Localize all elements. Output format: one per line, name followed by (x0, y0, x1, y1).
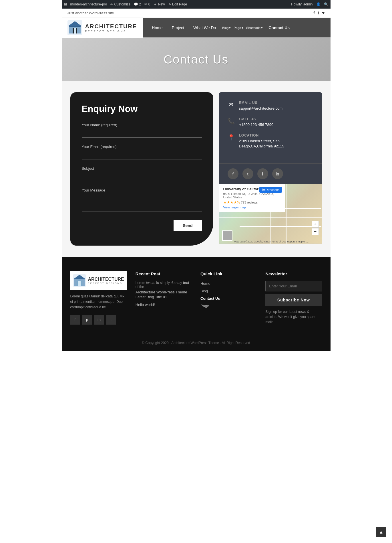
map-view-larger-link[interactable]: View larger map (223, 206, 281, 209)
map-address: 9500 Gilman Dr, La Jolla, CA 92093, Unit… (223, 192, 281, 199)
email-input[interactable] (82, 151, 202, 159)
site-tagline: Just another WordPress site (67, 11, 114, 15)
twitter-icon[interactable]: 𝐭 (318, 10, 319, 15)
nav-page[interactable]: Page▾ (233, 26, 243, 30)
message-label: Your Message (82, 188, 202, 192)
logo-icon (67, 20, 82, 35)
contact-twitter-button[interactable]: t (242, 168, 253, 179)
edit-page-link[interactable]: ✎ Edit Page (168, 2, 187, 6)
map-zoom-in-button[interactable]: + (312, 221, 319, 228)
admin-site-link[interactable]: morden-architecture-pro (70, 2, 107, 6)
footer-row: ARCHITECTURE PERFECT DESIGNS Lorem quas … (70, 271, 322, 325)
newsletter-note: Sign up for our latest news & articles. … (265, 309, 322, 325)
contact-info-box: ✉ EMAIL US sapport@architecture.com 📞 CA… (219, 92, 322, 163)
svg-rect-10 (78, 281, 81, 286)
footer-quick-link-col: Quick Link Home Blog Contact Us Page (200, 271, 257, 325)
email-icon: ✉ (228, 101, 234, 108)
contact-info-map: ✉ EMAIL US sapport@architecture.com 📞 CA… (219, 92, 322, 244)
message-textarea[interactable] (82, 195, 202, 212)
map-stars: ★★★★½ (223, 200, 240, 204)
nav-shortcode[interactable]: Shortcode▾ (246, 26, 263, 30)
footer-recent-post-col: Recent Post Lorem ipsum is simply dummy … (136, 271, 192, 325)
subject-input[interactable] (82, 173, 202, 181)
footer-logo-icon (73, 274, 86, 287)
facebook-icon[interactable]: 𝐟 (313, 10, 315, 15)
svg-rect-5 (69, 26, 81, 27)
send-button[interactable]: Send (174, 220, 202, 231)
top-bar: Just another WordPress site 𝐟 𝐭 ♥ (62, 9, 331, 17)
footer-twitter-button[interactable]: t (106, 315, 116, 325)
footer-social: f p in t (70, 315, 127, 325)
map-copyright-text: Map data ©2020 Google, INEGI Terms of Us… (234, 240, 309, 243)
nav-what-we-do[interactable]: What We Do (190, 24, 219, 32)
copyright-text: © Copyright 2020 · Architecture WordPres… (142, 341, 250, 345)
logo-text: ARCHITECTURE PERFECT DESIGNS (85, 23, 137, 33)
nav-project[interactable]: Project (168, 24, 188, 32)
enquiry-heading: Enquiry Now (82, 104, 202, 114)
footer-linkedin-button[interactable]: in (94, 315, 104, 325)
quick-link-page[interactable]: Page (200, 303, 257, 308)
nav-home[interactable]: Home (148, 24, 166, 32)
footer-logo-col: ARCHITECTURE PERFECT DESIGNS Lorem quas … (70, 271, 127, 325)
footer: ARCHITECTURE PERFECT DESIGNS Lorem quas … (62, 257, 331, 351)
subject-label: Subject (82, 166, 202, 171)
contact-linkedin-button[interactable]: in (272, 168, 283, 179)
recent-post-heading: Recent Post (136, 271, 192, 276)
main-nav: Home Project What We Do Blog▾ Page▾ Shor… (148, 24, 293, 32)
footer-pinterest-button[interactable]: p (82, 315, 92, 325)
logo-area: ARCHITECTURE PERFECT DESIGNS (62, 17, 143, 38)
location-info-item: 📍 LOCATION 2189 Holden Street, San Deago… (228, 133, 313, 149)
footer-logo-box: ARCHITECTURE PERFECT DESIGNS (70, 271, 127, 290)
contact-row: Enquiry Now Your Name (required) Your Em… (70, 92, 322, 246)
location-icon: 📍 (228, 134, 234, 141)
email-info-text: EMAIL US sapport@architecture.com (239, 101, 283, 111)
contact-facebook-button[interactable]: f (228, 168, 238, 179)
contact-instagram-button[interactable]: i (257, 168, 268, 179)
footer-newsletter-col: Newsletter Subscribe Now Sign up for our… (265, 271, 322, 325)
recent-post-hello: Hello world! (136, 303, 192, 307)
message-form-group: Your Message (82, 188, 202, 213)
comments-link[interactable]: 💬 2 (134, 2, 141, 6)
footer-facebook-button[interactable]: f (70, 315, 80, 325)
name-label: Your Name (required) (82, 123, 202, 127)
map-box: University of California San Di... 9500 … (219, 184, 322, 244)
newsletter-email-input[interactable] (265, 281, 322, 291)
recent-post-dummy-text: Lorem ipsum is simply dummy text of the … (136, 281, 192, 299)
header: ARCHITECTURE PERFECT DESIGNS Home Projec… (62, 17, 331, 38)
subscribe-button[interactable]: Subscribe Now (265, 294, 322, 306)
location-info-text: LOCATION 2189 Holden Street, San Deago,C… (239, 133, 313, 149)
map-info-overlay: University of California San Di... 9500 … (219, 184, 285, 212)
quick-link-contact-us[interactable]: Contact Us (200, 296, 257, 301)
nav-blog[interactable]: Blog▾ (222, 26, 231, 30)
customize-link[interactable]: ✏ Customize (110, 2, 130, 6)
map-thumbnail (222, 230, 232, 241)
instagram-icon[interactable]: ♥ (322, 10, 325, 15)
nav-contact-us[interactable]: Contact Us (265, 24, 293, 32)
wp-logo-icon[interactable]: ⊞ (64, 2, 67, 6)
email-label: Your Email (required) (82, 145, 202, 149)
logo-box: ARCHITECTURE PERFECT DESIGNS (67, 20, 137, 35)
search-icon[interactable]: 🔍 (324, 2, 328, 6)
page-title-section: Contact Us (62, 38, 331, 81)
comment-count-link[interactable]: ✉ 0 (144, 2, 150, 6)
quick-link-home[interactable]: Home (200, 281, 257, 286)
top-social-icons: 𝐟 𝐭 ♥ (313, 10, 325, 15)
page-title: Contact Us (67, 53, 325, 66)
phone-icon: 📞 (228, 118, 235, 125)
subject-form-group: Subject (82, 166, 202, 181)
footer-bottom: © Copyright 2020 · Architecture WordPres… (70, 336, 322, 345)
name-form-group: Your Name (required) (82, 123, 202, 138)
map-zoom-controls: + − (312, 221, 319, 235)
map-zoom-out-button[interactable]: − (312, 228, 319, 235)
new-link[interactable]: ＋ New (154, 2, 165, 7)
name-input[interactable] (82, 129, 202, 138)
admin-bar: ⊞ morden-architecture-pro ✏ Customize 💬 … (62, 0, 331, 9)
map-directions-button[interactable]: 🗺 Directions (259, 187, 282, 193)
map-reviews: 723 reviews (241, 201, 258, 204)
howdy-text: Howdy, admin (291, 2, 313, 6)
footer-logo-text: ARCHITECTURE PERFECT DESIGNS (88, 277, 124, 285)
quick-link-blog[interactable]: Blog (200, 288, 257, 293)
admin-avatar: 👤 (316, 2, 321, 6)
email-info-item: ✉ EMAIL US sapport@architecture.com (228, 101, 313, 111)
quick-links-list: Home Blog Contact Us Page (200, 281, 257, 308)
